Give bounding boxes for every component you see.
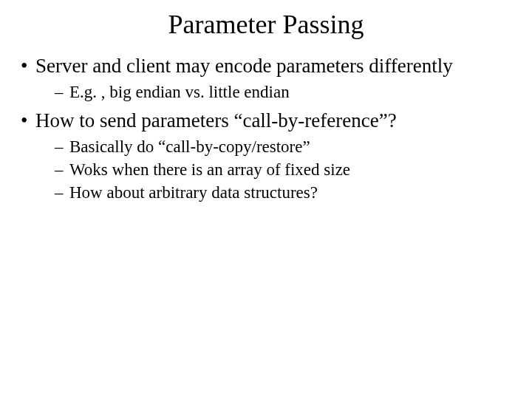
- bullet-text: How to send parameters “call-by-referenc…: [35, 109, 397, 132]
- sub-bullet-text: Woks when there is an array of fixed siz…: [69, 160, 350, 179]
- bullet-item: How to send parameters “call-by-referenc…: [18, 108, 514, 204]
- sub-bullet-item: Woks when there is an array of fixed siz…: [55, 158, 514, 181]
- sub-bullet-item: Basically do “call-by-copy/restore”: [55, 135, 514, 158]
- sub-bullet-item: E.g. , big endian vs. little endian: [55, 81, 514, 103]
- sub-bullet-text: Basically do “call-by-copy/restore”: [69, 137, 310, 156]
- slide-body: Server and client may encode parameters …: [0, 53, 532, 204]
- bullet-list: Server and client may encode parameters …: [18, 53, 514, 204]
- sub-bullet-item: How about arbitrary data structures?: [55, 181, 514, 204]
- sub-bullet-text: How about arbitrary data structures?: [69, 183, 318, 202]
- sub-bullet-text: E.g. , big endian vs. little endian: [69, 83, 290, 101]
- bullet-text: Server and client may encode parameters …: [35, 55, 453, 77]
- slide: Parameter Passing Server and client may …: [0, 9, 532, 399]
- bullet-item: Server and client may encode parameters …: [18, 53, 514, 103]
- sub-bullet-list: Basically do “call-by-copy/restore” Woks…: [35, 135, 514, 204]
- sub-bullet-list: E.g. , big endian vs. little endian: [35, 81, 514, 103]
- slide-title: Parameter Passing: [0, 9, 532, 40]
